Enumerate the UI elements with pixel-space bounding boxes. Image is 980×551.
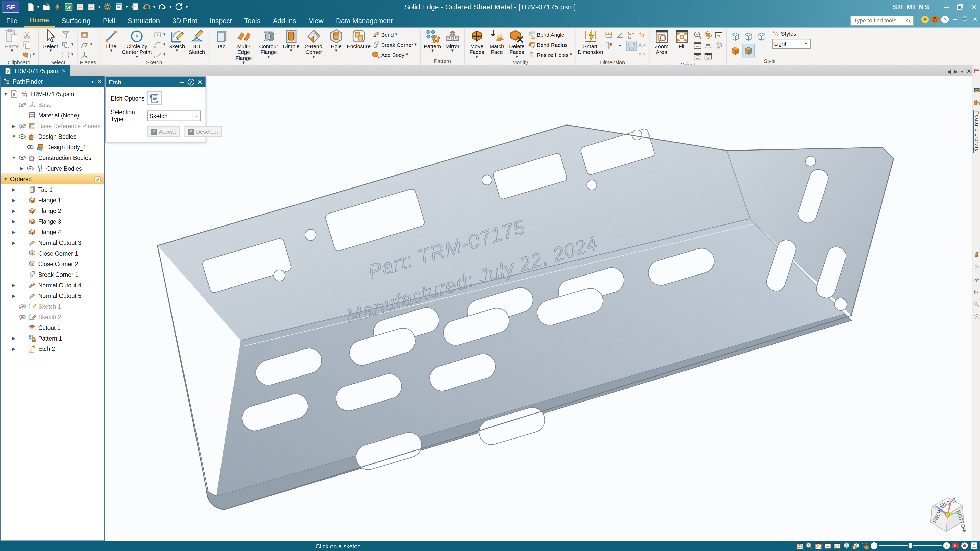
tree-item-ordered[interactable]: ▼Ordered [0,174,104,184]
settings-gear-icon[interactable] [103,2,113,12]
add-body-button[interactable]: Add Body▼ [372,50,417,59]
dialog-help-icon[interactable]: ? [187,78,194,85]
tree-item-sketch-1[interactable]: Sketch 1 [0,301,104,312]
zoom-in-icon[interactable]: + [943,542,950,549]
tree-item-flange-1[interactable]: ▶Flange 1 [0,195,104,206]
eye-icon[interactable] [26,143,35,151]
color-palette-icon[interactable] [974,289,980,295]
share-icon[interactable] [970,541,978,550]
zoom-slider-track[interactable] [879,545,907,546]
properties-icon[interactable] [115,2,124,12]
tree-item-design-body-1[interactable]: Design Body_1 [0,142,104,152]
expand-icon[interactable]: ▶ [11,198,16,203]
save-icon[interactable] [76,2,85,12]
new-document-icon[interactable] [25,2,35,12]
expand-icon[interactable]: ▶ [11,187,16,192]
tree-item-normal-cutout-4[interactable]: ▶Normal Cutout 4 [0,280,104,291]
tab-pmi[interactable]: PMI [97,14,121,27]
select-filter-button[interactable] [61,30,74,40]
break-corner-button[interactable]: Break Corner▼ [372,40,417,49]
pattern-button[interactable]: Pattern▼ [423,28,442,58]
zoom-slider-handle[interactable] [909,543,912,548]
zoom-out-icon[interactable]: − [870,542,877,549]
pathfinder-header[interactable]: PathFinder ▼ ✕ [0,76,104,87]
pathfinder-filter-icon[interactable]: ▼ [90,79,95,84]
repeat-command-icon[interactable] [174,2,184,12]
tree-item-close-corner-1[interactable]: Close Corner 1 [0,248,104,259]
hidden-edges-style-button[interactable] [756,29,768,43]
match-face-button[interactable]: Match Face [487,28,506,59]
customize-tools-icon[interactable] [974,264,980,270]
sharepoint-icon[interactable] [64,2,74,12]
pathfinder-close-icon[interactable]: ✕ [97,78,102,84]
expand-icon[interactable]: ▼ [11,156,16,160]
undo-dropdown-icon[interactable]: ▼ [152,5,156,9]
close-document-icon[interactable] [130,2,140,12]
expand-icon[interactable]: ▶ [11,293,16,299]
close-button[interactable]: ✕ [967,1,980,13]
document-tab[interactable]: TRM-07175.psm ✕ [0,65,70,76]
dimple-button[interactable]: Dimple▼ [282,28,301,64]
doc-restore-button[interactable] [961,16,969,22]
status-display-mode-icon[interactable] [861,541,870,550]
tab-list-icon[interactable]: ▾ [961,68,963,74]
expand-icon[interactable]: ▼ [3,92,8,96]
tab-inspect[interactable]: Inspect [204,14,238,27]
license-key-icon[interactable] [974,301,980,307]
tree-item-construction-bodies[interactable]: ▼Construction Bodies [0,152,104,163]
layers-panel-icon[interactable] [974,314,980,320]
tree-item-sketch-2[interactable]: Sketch 2 [0,312,104,322]
restore-button[interactable] [954,1,966,13]
tree-item-cutout-1[interactable]: Cutout 1 [0,322,104,333]
expand-icon[interactable]: ▶ [11,336,16,341]
enclosure-button[interactable]: Enclosure [347,28,371,64]
tree-item-normal-cutout-5[interactable]: ▶Normal Cutout 5 [0,291,104,301]
tab-home[interactable]: Home [24,14,55,27]
expand-icon[interactable]: ▶ [19,166,24,171]
feature-library-label[interactable]: Feature Library [973,110,980,153]
expand-icon[interactable]: ▼ [11,135,16,139]
dialog-close-icon[interactable]: ✕ [197,78,203,85]
redo-dropdown-icon[interactable]: ▼ [169,5,172,9]
zoom-slider-track[interactable] [913,545,942,546]
open-document-icon[interactable] [42,2,51,12]
etch-dialog-header[interactable]: Etch ─ ? ✕ [106,77,206,87]
coincident-plane-button[interactable] [80,30,93,40]
tree-item-flange-2[interactable]: ▶Flange 2 [0,206,104,216]
arc-button[interactable]: ▼ [153,40,166,49]
new-document-dropdown-icon[interactable]: ▼ [36,5,40,9]
selection-type-select[interactable]: Sketch ⌄ [147,110,201,121]
zoom-button[interactable] [692,30,702,40]
resize-holes-button[interactable]: Resize Holes▼ [528,50,573,59]
tab-file[interactable]: File [0,14,24,27]
status-rotate-icon[interactable] [833,541,841,550]
line-button[interactable]: Line▼ [102,28,121,59]
expand-icon[interactable]: ▶ [11,124,16,129]
bend-radius-button[interactable]: Bend Radius [528,40,573,49]
multi-edge-flange-button[interactable]: Multi-Edge Flange▼ [232,28,256,64]
zoom-area-button[interactable]: Zoom Area [652,28,671,61]
happy-face-icon[interactable]: ☺ [921,16,929,23]
status-zoom-area-icon[interactable] [796,541,804,550]
eye-off-icon[interactable] [18,122,26,130]
doc-close-button[interactable]: ✕ [971,16,979,22]
redo-icon[interactable] [158,2,167,12]
shaded-with-edges-style-button[interactable] [742,44,755,57]
symmetric-diameter-button[interactable] [604,41,614,51]
tab-feature-button[interactable]: Tab [212,28,231,64]
tree-item-close-corner-2[interactable]: Close Corner 2 [0,259,104,269]
cut-button[interactable] [22,30,35,40]
tree-item-pattern-1[interactable]: ▶Pattern 1 [0,333,104,344]
text-scale-button[interactable] [638,30,646,40]
styles-button[interactable]: Styles [772,29,810,38]
tree-item-flange-3[interactable]: ▶Flange 3 [0,216,104,227]
eye-off-icon[interactable] [18,313,26,321]
quick-connect-icon[interactable] [53,2,62,12]
smart-dimension-button[interactable]: Smart Dimension [579,28,602,59]
paste-button[interactable]: Paste▼ [3,28,21,59]
tab-data-management[interactable]: Data Management [330,14,399,27]
mirror-button[interactable]: Mirror▼ [443,28,462,58]
tree-item-material[interactable]: Material (None) [0,110,104,121]
tree-item-base[interactable]: Base [0,99,104,110]
simulation-heatmap-icon[interactable] [974,87,980,93]
